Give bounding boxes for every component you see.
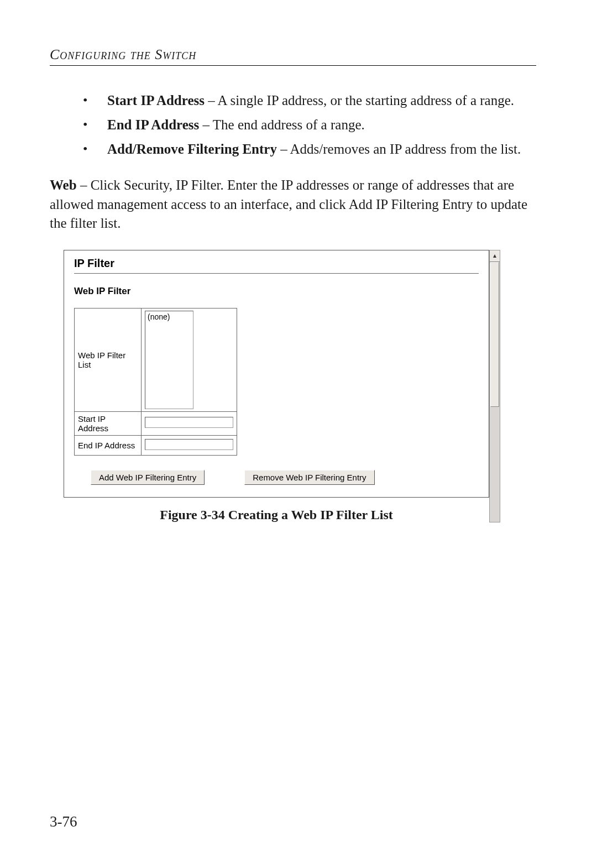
end-ip-cell <box>142 435 237 455</box>
add-filter-button[interactable]: Add Web IP Filtering Entry <box>91 470 205 485</box>
web-text: – Click Security, IP Filter. Enter the I… <box>50 177 527 231</box>
panel-divider <box>74 273 479 274</box>
table-row: End IP Address <box>75 435 237 455</box>
panel-section: Web IP Filter <box>74 286 479 297</box>
scroll-up-button[interactable]: ▴ <box>490 250 500 262</box>
filter-form-table: Web IP Filter List (none) Start IP Addre… <box>74 308 237 456</box>
page-number: 3-76 <box>50 813 77 830</box>
remove-filter-button[interactable]: Remove Web IP Filtering Entry <box>244 470 374 485</box>
bullet-item: Start IP Address – A single IP address, … <box>83 91 536 110</box>
start-ip-label: Start IP Address <box>75 411 142 435</box>
screenshot-figure: IP Filter Web IP Filter Web IP Filter Li… <box>64 250 489 522</box>
ip-filter-panel: IP Filter Web IP Filter Web IP Filter Li… <box>64 250 489 498</box>
table-row: Web IP Filter List (none) <box>75 308 237 411</box>
table-row: Start IP Address <box>75 411 237 435</box>
web-instruction: Web – Click Security, IP Filter. Enter t… <box>50 176 536 233</box>
end-ip-label: End IP Address <box>75 435 142 455</box>
filter-list-label: Web IP Filter List <box>75 308 142 411</box>
bullet-text: – A single IP address, or the starting a… <box>205 93 514 108</box>
filter-list-cell: (none) <box>142 308 237 411</box>
page-header: Configuring the Switch <box>50 46 536 63</box>
scrollbar[interactable]: ▴ <box>489 250 500 522</box>
start-ip-input[interactable] <box>145 417 233 428</box>
start-ip-cell <box>142 411 237 435</box>
web-bold: Web <box>50 177 77 192</box>
page: Configuring the Switch Start IP Address … <box>0 0 597 868</box>
filter-list-box[interactable]: (none) <box>145 311 193 409</box>
bullet-item: End IP Address – The end address of a ra… <box>83 116 536 134</box>
bullet-text: – Adds/removes an IP address from the li… <box>277 142 521 156</box>
bullet-bold: Start IP Address <box>107 93 205 108</box>
bullet-bold: Add/Remove Filtering Entry <box>107 142 277 156</box>
figure-caption: Figure 3-34 Creating a Web IP Filter Lis… <box>64 508 489 522</box>
bullet-item: Add/Remove Filtering Entry – Adds/remove… <box>83 140 536 159</box>
header-rule <box>50 65 536 66</box>
scroll-thumb[interactable] <box>490 262 499 407</box>
end-ip-input[interactable] <box>145 439 233 450</box>
bullet-text: – The end address of a range. <box>199 117 364 132</box>
button-row: Add Web IP Filtering Entry Remove Web IP… <box>91 470 479 485</box>
bullet-bold: End IP Address <box>107 117 199 132</box>
panel-title: IP Filter <box>74 257 479 270</box>
bullet-list: Start IP Address – A single IP address, … <box>83 91 536 158</box>
